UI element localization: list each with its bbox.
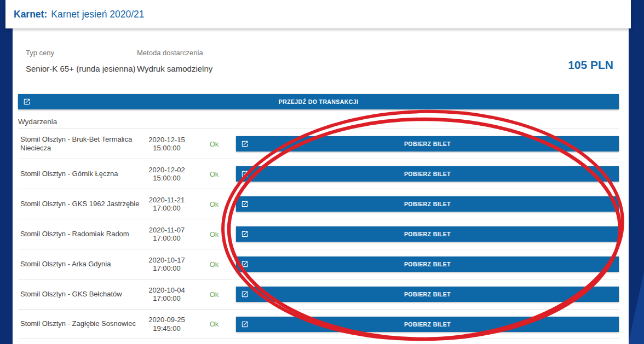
event-name: Stomil Olsztyn - Arka Gdynia [18, 260, 141, 269]
event-date: 2020-10-04 [141, 286, 192, 295]
event-row: Stomil Olsztyn - GKS Bełchatów 2020-10-0… [18, 279, 619, 309]
open-in-new-icon [241, 320, 249, 328]
karnet-title: Karnet jesień 2020/21 [51, 9, 144, 20]
event-row: Stomil Olsztyn - Bruk-Bet Termalica Niec… [18, 129, 619, 159]
event-date: 2020-12-02 [141, 166, 192, 174]
event-row: Stomil Olsztyn - Radomiak Radom 2020-11-… [18, 219, 619, 249]
download-ticket-button[interactable]: POBIERZ BILET [236, 256, 619, 272]
price-type-field: Typ ceny Senior-K 65+ (runda jesienna) [26, 49, 137, 73]
karnet-label: Karnet: [14, 9, 47, 20]
event-name: Stomil Olsztyn - GKS 1962 Jastrzębie [18, 200, 141, 209]
karnet-summary: Typ ceny Senior-K 65+ (runda jesienna) M… [18, 28, 619, 73]
download-ticket-button[interactable]: POBIERZ BILET [236, 166, 619, 182]
download-ticket-label: POBIERZ BILET [236, 171, 619, 177]
main-card: Typ ceny Senior-K 65+ (runda jesienna) M… [13, 28, 629, 344]
event-datetime: 2020-12-15 15:00:00 [141, 136, 192, 153]
open-in-new-icon [241, 260, 249, 268]
event-name: Stomil Olsztyn - Radomiak Radom [18, 230, 141, 239]
event-time: 19:45:00 [141, 324, 192, 333]
event-date: 2020-12-15 [141, 136, 192, 144]
event-datetime: 2020-11-07 17:00:00 [141, 226, 192, 243]
download-ticket-label: POBIERZ BILET [236, 231, 619, 237]
price-type-label: Typ ceny [26, 49, 137, 57]
event-status-badge: Ok [192, 200, 236, 208]
event-datetime: 2020-10-04 17:00:00 [141, 286, 192, 303]
event-time: 17:00:00 [141, 294, 192, 303]
event-name: Stomil Olsztyn - Zagłębie Sosnowiec [18, 319, 141, 329]
go-to-transaction-button[interactable]: PRZEJDŹ DO TRANSAKCJI [18, 94, 619, 109]
event-status-badge: Ok [192, 320, 236, 328]
event-status-badge: Ok [192, 140, 236, 148]
event-status-badge: Ok [192, 260, 236, 269]
event-row: Stomil Olsztyn - Górnik Łęczna 2020-12-0… [18, 159, 619, 189]
event-date: 2020-11-07 [141, 226, 192, 235]
open-in-new-icon [241, 290, 249, 298]
event-row: Stomil Olsztyn - Zagłębie Sosnowiec 2020… [18, 309, 619, 339]
event-row: Stomil Olsztyn - GKS 1962 Jastrzębie 202… [18, 189, 619, 219]
event-name: Stomil Olsztyn - Górnik Łęczna [18, 170, 141, 179]
event-datetime: 2020-09-25 19:45:00 [141, 316, 192, 333]
download-ticket-label: POBIERZ BILET [236, 201, 619, 207]
page-header: Karnet: Karnet jesień 2020/21 [5, 0, 631, 28]
price-type-value: Senior-K 65+ (runda jesienna) [26, 64, 137, 73]
download-ticket-button[interactable]: POBIERZ BILET [236, 226, 619, 242]
download-ticket-button[interactable]: POBIERZ BILET [236, 317, 619, 332]
download-ticket-label: POBIERZ BILET [236, 291, 619, 298]
open-in-new-icon [241, 200, 249, 208]
event-date: 2020-09-25 [141, 316, 192, 324]
karnet-price: 105 PLN [568, 59, 613, 72]
open-in-new-icon [23, 98, 31, 106]
delivery-method-value: Wydruk samodzielny [137, 64, 248, 73]
download-ticket-label: POBIERZ BILET [236, 261, 619, 267]
download-ticket-button[interactable]: POBIERZ BILET [236, 196, 619, 212]
event-datetime: 2020-12-02 15:00:00 [141, 166, 192, 183]
delivery-method-field: Metoda dostarczenia Wydruk samodzielny [137, 49, 248, 73]
download-ticket-button[interactable]: POBIERZ BILET [236, 136, 619, 151]
event-status-badge: Ok [192, 170, 236, 178]
event-datetime: 2020-11-21 17:00:00 [141, 196, 192, 213]
event-time: 15:00:00 [141, 144, 192, 153]
background-accent-triangle [628, 262, 644, 344]
delivery-method-label: Metoda dostarczenia [137, 49, 248, 57]
event-status-badge: Ok [192, 230, 236, 238]
event-time: 15:00:00 [141, 174, 192, 183]
download-ticket-button[interactable]: POBIERZ BILET [236, 287, 619, 302]
event-date: 2020-11-21 [141, 196, 192, 205]
event-status-badge: Ok [192, 290, 236, 299]
event-datetime: 2020-10-17 17:00:00 [141, 256, 192, 273]
event-date: 2020-10-17 [141, 256, 192, 265]
events-list: Stomil Olsztyn - Bruk-Bet Termalica Niec… [18, 129, 619, 339]
open-in-new-icon [241, 230, 249, 238]
events-section-title: Wydarzenia [18, 118, 619, 126]
go-to-transaction-label: PRZEJDŹ DO TRANSAKCJI [18, 98, 619, 105]
download-ticket-label: POBIERZ BILET [236, 321, 619, 328]
event-time: 17:00:00 [141, 234, 192, 243]
event-time: 17:00:00 [141, 204, 192, 213]
open-in-new-icon [241, 170, 249, 178]
event-name: Stomil Olsztyn - GKS Bełchatów [18, 290, 141, 299]
open-in-new-icon [241, 140, 249, 148]
event-time: 17:00:00 [141, 264, 192, 273]
download-ticket-label: POBIERZ BILET [236, 141, 619, 147]
event-name: Stomil Olsztyn - Bruk-Bet Termalica Niec… [18, 135, 141, 153]
event-row: Stomil Olsztyn - Arka Gdynia 2020-10-17 … [18, 249, 619, 279]
